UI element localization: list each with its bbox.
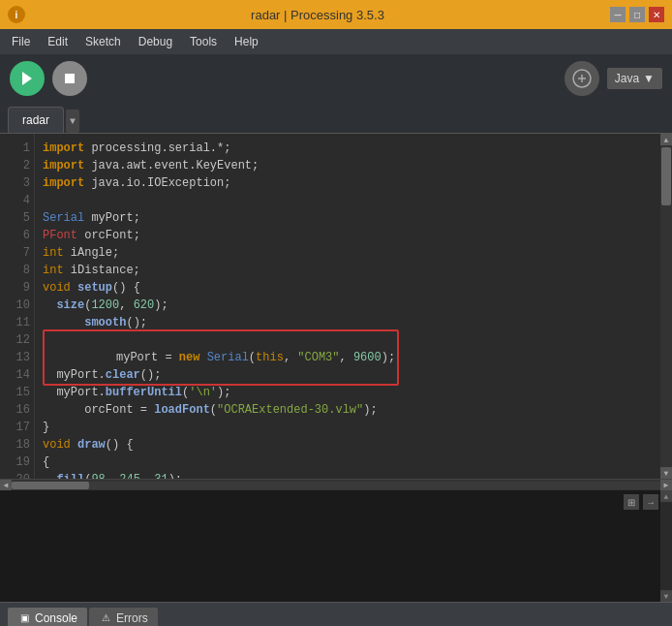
tab-label: radar xyxy=(22,113,49,127)
menu-bar: File Edit Sketch Debug Tools Help xyxy=(0,29,672,54)
h-scroll-right-arrow[interactable]: ▶ xyxy=(660,480,672,491)
chevron-down-icon: ▼ xyxy=(70,116,76,127)
horizontal-scrollbar[interactable]: ◀ ▶ xyxy=(0,479,672,490)
code-line-5: Serial myPort; xyxy=(43,209,653,227)
line-numbers: 12345678910111213141516171819202122 xyxy=(0,134,35,479)
code-line-10: size(1200, 620); xyxy=(43,297,653,314)
code-line-3: import java.io.IOException; xyxy=(43,174,653,192)
tab-radar[interactable]: radar xyxy=(8,107,64,133)
code-line-15: myPort.bufferUntil('\n'); xyxy=(43,384,653,401)
console-icon: ▣ xyxy=(17,611,31,625)
h-scroll-track[interactable] xyxy=(12,482,660,489)
close-button[interactable]: ✕ xyxy=(649,7,664,22)
console-label: Console xyxy=(35,611,77,625)
editor-scrollbar[interactable]: ▲ ▼ xyxy=(660,134,672,479)
toolbar-left xyxy=(10,61,87,96)
code-line-20: fill(98, 245, 31); xyxy=(43,471,653,479)
debug-button[interactable] xyxy=(565,61,599,96)
scroll-up-arrow[interactable]: ▲ xyxy=(660,134,672,145)
title-bar: i radar | Processing 3.5.3 ─ □ ✕ xyxy=(0,0,672,29)
console-tab[interactable]: ▣ Console xyxy=(8,608,87,627)
code-line-6: PFont orcFont; xyxy=(43,227,653,244)
dropdown-arrow-icon: ▼ xyxy=(643,72,655,85)
java-label: Java xyxy=(615,72,639,85)
scroll-down-arrow[interactable]: ▼ xyxy=(660,467,672,479)
app-logo: i xyxy=(8,6,25,23)
tab-bar: radar ▼ xyxy=(0,103,672,134)
scroll-thumb[interactable] xyxy=(661,147,671,205)
status-bar: ▣ Console ⚠ Errors xyxy=(0,602,672,626)
code-line-18: void draw() { xyxy=(43,436,653,454)
play-icon xyxy=(20,71,34,86)
code-line-1: import processing.serial.*; xyxy=(43,140,653,157)
menu-file[interactable]: File xyxy=(4,32,38,51)
code-line-13: myPort = new Serial(this, "COM3", 9600); xyxy=(43,349,653,366)
tab-dropdown-arrow[interactable]: ▼ xyxy=(66,110,79,133)
editor-area: 12345678910111213141516171819202122 impo… xyxy=(0,134,672,479)
code-line-17: } xyxy=(43,419,653,436)
menu-tools[interactable]: Tools xyxy=(182,32,225,51)
minimize-button[interactable]: ─ xyxy=(610,7,626,22)
warning-icon: ⚠ xyxy=(99,611,112,625)
errors-label: Errors xyxy=(116,611,148,625)
menu-help[interactable]: Help xyxy=(227,32,266,51)
stop-button[interactable] xyxy=(52,61,87,96)
code-line-7: int iAngle; xyxy=(43,244,653,262)
code-line-16: orcFont = loadFont("OCRAExtended-30.vlw"… xyxy=(43,401,653,419)
bottom-scroll-up[interactable]: ▲ xyxy=(660,490,672,502)
svg-marker-0 xyxy=(22,72,32,85)
h-scroll-left-arrow[interactable]: ◀ xyxy=(0,480,12,491)
maximize-button[interactable]: □ xyxy=(629,7,645,22)
stop-icon xyxy=(63,72,76,85)
code-line-19: { xyxy=(43,454,653,471)
run-button[interactable] xyxy=(10,61,45,96)
bottom-scrollbar[interactable]: ▲ ▼ xyxy=(660,490,672,602)
code-line-2: import java.awt.event.KeyEvent; xyxy=(43,157,653,174)
menu-debug[interactable]: Debug xyxy=(131,32,180,51)
toolbar: Java ▼ xyxy=(0,54,672,103)
java-dropdown[interactable]: Java ▼ xyxy=(607,68,662,89)
menu-sketch[interactable]: Sketch xyxy=(77,32,129,51)
svg-rect-1 xyxy=(65,74,75,83)
console-panel: ⊞ → ▲ ▼ xyxy=(0,490,672,602)
window-controls: ─ □ ✕ xyxy=(610,7,664,22)
toolbar-right: Java ▼ xyxy=(565,61,662,96)
bottom-scroll-down[interactable]: ▼ xyxy=(660,590,672,602)
errors-tab[interactable]: ⚠ Errors xyxy=(89,608,158,627)
h-scroll-thumb[interactable] xyxy=(12,482,89,489)
code-line-8: int iDistance; xyxy=(43,262,653,279)
panel-icon-2[interactable]: → xyxy=(643,494,658,510)
panel-toolbar: ⊞ → xyxy=(624,494,658,510)
debug-icon xyxy=(571,68,593,89)
window-title: radar | Processing 3.5.3 xyxy=(251,8,384,22)
menu-edit[interactable]: Edit xyxy=(40,32,76,51)
panel-icon-1[interactable]: ⊞ xyxy=(624,494,639,510)
code-line-9: void setup() { xyxy=(43,279,653,297)
code-editor[interactable]: import processing.serial.*; import java.… xyxy=(35,134,660,479)
code-line-4 xyxy=(43,192,653,209)
